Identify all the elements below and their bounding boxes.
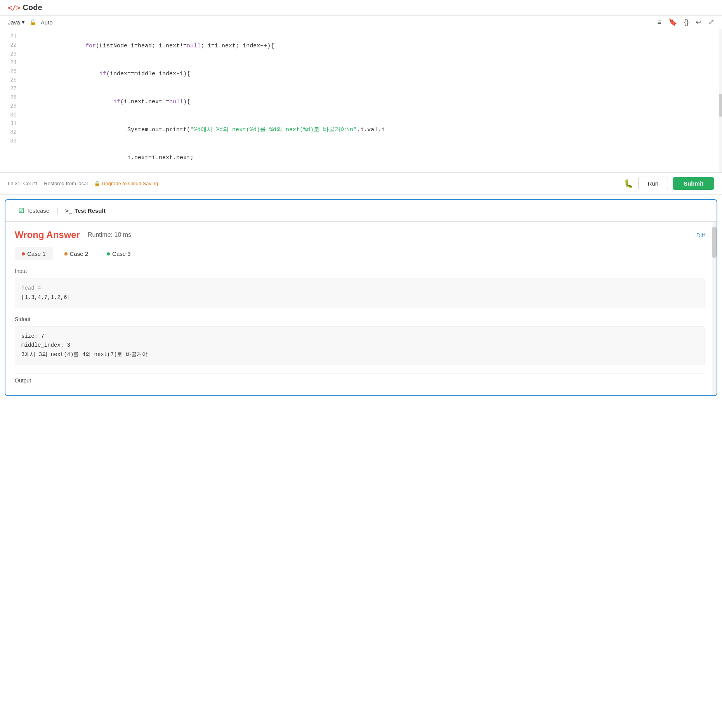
stdout-section-label: Stdout bbox=[15, 316, 705, 322]
output-section: Output bbox=[15, 373, 705, 384]
code-lines: 21 22 23 24 25 26 27 28 29 30 31 32 33 f… bbox=[0, 29, 722, 173]
panel-scrollbar-thumb[interactable] bbox=[712, 227, 717, 258]
case-tab-3[interactable]: Case 3 bbox=[100, 247, 138, 260]
undo-icon[interactable]: ↩ bbox=[696, 18, 701, 26]
editor-toolbar: Java ▾ 🔒 Auto ≡ 🔖 {} ↩ ⤢ bbox=[0, 16, 722, 29]
test-panel: ☑ Testcase | >_ Test Result Wrong Answer… bbox=[5, 199, 717, 396]
toolbar-actions: ≡ 🔖 {} ↩ ⤢ bbox=[657, 18, 714, 26]
panel-scrollbar[interactable] bbox=[712, 222, 717, 395]
expand-icon[interactable]: ⤢ bbox=[708, 18, 714, 26]
test-panel-body: Wrong Answer Runtime: 10 ms Diff Case 1 … bbox=[5, 222, 717, 395]
page-title: </> Code bbox=[8, 3, 42, 12]
language-selector[interactable]: Java ▾ bbox=[8, 19, 25, 26]
test-panel-body-wrapper: Wrong Answer Runtime: 10 ms Diff Case 1 … bbox=[5, 222, 717, 395]
code-line: if(index==middle_index-1){ bbox=[30, 60, 722, 88]
case1-label: Case 1 bbox=[27, 250, 46, 257]
debug-icon[interactable]: 🐛 bbox=[624, 179, 633, 188]
language-label: Java bbox=[8, 19, 20, 26]
code-icon: </> bbox=[8, 3, 21, 12]
test-result-tab-label: Test Result bbox=[75, 207, 106, 214]
verdict-label: Wrong Answer bbox=[15, 229, 80, 240]
code-line: for(ListNode i=head; i.next!=null; i=i.n… bbox=[30, 32, 722, 60]
code-content: for(ListNode i=head; i.next!=null; i=i.n… bbox=[30, 32, 722, 173]
result-header: Wrong Answer Runtime: 10 ms Diff bbox=[15, 229, 705, 240]
case-tab-1[interactable]: Case 1 bbox=[15, 247, 53, 260]
runtime-label: Runtime: 10 ms bbox=[88, 231, 131, 238]
restore-status: Restored from local bbox=[44, 181, 88, 186]
code-line: if(i.next.next!=null){ bbox=[30, 88, 722, 116]
submit-button[interactable]: Submit bbox=[673, 177, 714, 190]
test-panel-header: ☑ Testcase | >_ Test Result bbox=[5, 200, 717, 222]
line-numbers: 21 22 23 24 25 26 27 28 29 30 31 32 33 bbox=[0, 32, 23, 173]
code-editor[interactable]: 21 22 23 24 25 26 27 28 29 30 31 32 33 f… bbox=[0, 29, 722, 173]
lock-icon: 🔒 bbox=[30, 19, 36, 25]
input-value: [1,3,4,7,1,2,6] bbox=[21, 293, 698, 302]
stdout-line-1: size: 7 bbox=[21, 332, 698, 341]
code-scrollbar-thumb[interactable] bbox=[719, 94, 722, 117]
output-section-label: Output bbox=[15, 377, 705, 384]
stdout-line-3: 3에서 3의 next(4)를 4의 next(7)로 바꿀거야 bbox=[21, 350, 698, 360]
status-actions: 🐛 Run Submit bbox=[624, 177, 714, 190]
code-line: i.next=i.next.next; bbox=[30, 144, 722, 172]
auto-label: Auto bbox=[41, 19, 53, 26]
menu-icon[interactable]: ≡ bbox=[657, 18, 661, 26]
case-tabs: Case 1 Case 2 Case 3 bbox=[15, 247, 705, 260]
diff-link[interactable]: Diff bbox=[696, 232, 705, 238]
chevron-down-icon: ▾ bbox=[22, 19, 25, 26]
case2-label: Case 2 bbox=[70, 250, 89, 257]
cursor-position: Ln 31, Col 21 bbox=[8, 181, 38, 186]
tab-divider: | bbox=[56, 207, 58, 215]
bookmark-icon[interactable]: 🔖 bbox=[668, 18, 677, 26]
stdout-line-2: middle_index: 3 bbox=[21, 341, 698, 350]
code-line: } else{ bbox=[30, 172, 722, 173]
top-bar: </> Code bbox=[0, 0, 722, 16]
input-head-label: head = bbox=[21, 284, 698, 293]
tab-test-result[interactable]: >_ Test Result bbox=[60, 205, 111, 217]
case1-dot bbox=[22, 252, 25, 255]
upgrade-link[interactable]: 🔒 Upgrade to Cloud Saving bbox=[94, 181, 158, 186]
case3-dot bbox=[107, 252, 110, 255]
upgrade-lock-icon: 🔒 bbox=[94, 181, 100, 186]
code-scrollbar[interactable] bbox=[719, 29, 722, 172]
input-box: head = [1,3,4,7,1,2,6] bbox=[15, 278, 705, 308]
page-title-text: Code bbox=[23, 3, 42, 12]
status-bar: Ln 31, Col 21 Restored from local 🔒 Upgr… bbox=[0, 173, 722, 195]
input-section-label: Input bbox=[15, 268, 705, 274]
stdout-box: size: 7 middle_index: 3 3에서 3의 next(4)를 … bbox=[15, 326, 705, 365]
upgrade-text: Upgrade to Cloud Saving bbox=[102, 181, 158, 186]
tab-testcase[interactable]: ☑ Testcase bbox=[13, 205, 55, 217]
case2-dot bbox=[64, 252, 68, 255]
run-button[interactable]: Run bbox=[638, 177, 668, 190]
code-line: System.out.printf("%d에서 %d의 next(%d)를 %d… bbox=[30, 116, 722, 144]
testcase-check-icon: ☑ bbox=[19, 207, 24, 214]
case3-label: Case 3 bbox=[112, 250, 131, 257]
case-tab-2[interactable]: Case 2 bbox=[57, 247, 95, 260]
testcase-tab-label: Testcase bbox=[26, 207, 49, 214]
format-icon[interactable]: {} bbox=[684, 18, 689, 26]
test-result-icon: >_ bbox=[65, 207, 72, 214]
